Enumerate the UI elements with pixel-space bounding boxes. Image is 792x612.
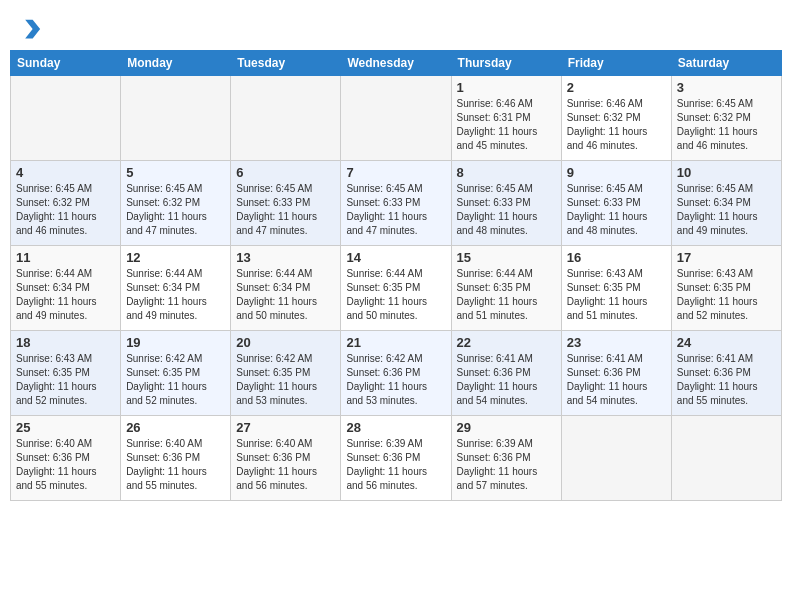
logo-icon bbox=[14, 16, 42, 44]
day-info: Sunrise: 6:45 AM Sunset: 6:33 PM Dayligh… bbox=[236, 182, 335, 238]
day-info: Sunrise: 6:43 AM Sunset: 6:35 PM Dayligh… bbox=[16, 352, 115, 408]
calendar-header-saturday: Saturday bbox=[671, 51, 781, 76]
calendar-cell: 6Sunrise: 6:45 AM Sunset: 6:33 PM Daylig… bbox=[231, 161, 341, 246]
day-number: 15 bbox=[457, 250, 556, 265]
calendar-week-4: 18Sunrise: 6:43 AM Sunset: 6:35 PM Dayli… bbox=[11, 331, 782, 416]
svg-marker-0 bbox=[25, 20, 40, 39]
day-info: Sunrise: 6:46 AM Sunset: 6:31 PM Dayligh… bbox=[457, 97, 556, 153]
calendar-cell: 17Sunrise: 6:43 AM Sunset: 6:35 PM Dayli… bbox=[671, 246, 781, 331]
calendar-cell bbox=[11, 76, 121, 161]
calendar-cell: 8Sunrise: 6:45 AM Sunset: 6:33 PM Daylig… bbox=[451, 161, 561, 246]
day-number: 21 bbox=[346, 335, 445, 350]
calendar-cell: 21Sunrise: 6:42 AM Sunset: 6:36 PM Dayli… bbox=[341, 331, 451, 416]
day-info: Sunrise: 6:44 AM Sunset: 6:34 PM Dayligh… bbox=[126, 267, 225, 323]
day-number: 23 bbox=[567, 335, 666, 350]
day-info: Sunrise: 6:45 AM Sunset: 6:32 PM Dayligh… bbox=[677, 97, 776, 153]
day-number: 2 bbox=[567, 80, 666, 95]
day-info: Sunrise: 6:45 AM Sunset: 6:33 PM Dayligh… bbox=[346, 182, 445, 238]
day-number: 3 bbox=[677, 80, 776, 95]
day-number: 24 bbox=[677, 335, 776, 350]
day-info: Sunrise: 6:44 AM Sunset: 6:35 PM Dayligh… bbox=[346, 267, 445, 323]
day-number: 14 bbox=[346, 250, 445, 265]
calendar-cell: 13Sunrise: 6:44 AM Sunset: 6:34 PM Dayli… bbox=[231, 246, 341, 331]
day-info: Sunrise: 6:44 AM Sunset: 6:35 PM Dayligh… bbox=[457, 267, 556, 323]
day-number: 7 bbox=[346, 165, 445, 180]
calendar-week-3: 11Sunrise: 6:44 AM Sunset: 6:34 PM Dayli… bbox=[11, 246, 782, 331]
day-info: Sunrise: 6:45 AM Sunset: 6:32 PM Dayligh… bbox=[16, 182, 115, 238]
calendar-header-friday: Friday bbox=[561, 51, 671, 76]
calendar-cell: 28Sunrise: 6:39 AM Sunset: 6:36 PM Dayli… bbox=[341, 416, 451, 501]
calendar-cell: 15Sunrise: 6:44 AM Sunset: 6:35 PM Dayli… bbox=[451, 246, 561, 331]
calendar-cell: 29Sunrise: 6:39 AM Sunset: 6:36 PM Dayli… bbox=[451, 416, 561, 501]
calendar-cell: 24Sunrise: 6:41 AM Sunset: 6:36 PM Dayli… bbox=[671, 331, 781, 416]
calendar-cell bbox=[231, 76, 341, 161]
calendar-cell: 16Sunrise: 6:43 AM Sunset: 6:35 PM Dayli… bbox=[561, 246, 671, 331]
day-info: Sunrise: 6:45 AM Sunset: 6:32 PM Dayligh… bbox=[126, 182, 225, 238]
calendar-cell bbox=[121, 76, 231, 161]
day-info: Sunrise: 6:40 AM Sunset: 6:36 PM Dayligh… bbox=[16, 437, 115, 493]
day-number: 19 bbox=[126, 335, 225, 350]
day-info: Sunrise: 6:45 AM Sunset: 6:34 PM Dayligh… bbox=[677, 182, 776, 238]
day-number: 1 bbox=[457, 80, 556, 95]
day-info: Sunrise: 6:46 AM Sunset: 6:32 PM Dayligh… bbox=[567, 97, 666, 153]
calendar-cell: 18Sunrise: 6:43 AM Sunset: 6:35 PM Dayli… bbox=[11, 331, 121, 416]
calendar-cell: 10Sunrise: 6:45 AM Sunset: 6:34 PM Dayli… bbox=[671, 161, 781, 246]
day-info: Sunrise: 6:41 AM Sunset: 6:36 PM Dayligh… bbox=[677, 352, 776, 408]
page-header bbox=[10, 10, 782, 44]
day-info: Sunrise: 6:43 AM Sunset: 6:35 PM Dayligh… bbox=[677, 267, 776, 323]
calendar-cell: 14Sunrise: 6:44 AM Sunset: 6:35 PM Dayli… bbox=[341, 246, 451, 331]
calendar-header-thursday: Thursday bbox=[451, 51, 561, 76]
calendar-cell bbox=[671, 416, 781, 501]
day-number: 6 bbox=[236, 165, 335, 180]
day-number: 22 bbox=[457, 335, 556, 350]
day-number: 17 bbox=[677, 250, 776, 265]
calendar-cell: 5Sunrise: 6:45 AM Sunset: 6:32 PM Daylig… bbox=[121, 161, 231, 246]
day-info: Sunrise: 6:41 AM Sunset: 6:36 PM Dayligh… bbox=[457, 352, 556, 408]
calendar-week-2: 4Sunrise: 6:45 AM Sunset: 6:32 PM Daylig… bbox=[11, 161, 782, 246]
calendar-header-monday: Monday bbox=[121, 51, 231, 76]
day-info: Sunrise: 6:40 AM Sunset: 6:36 PM Dayligh… bbox=[126, 437, 225, 493]
day-number: 27 bbox=[236, 420, 335, 435]
calendar-cell: 20Sunrise: 6:42 AM Sunset: 6:35 PM Dayli… bbox=[231, 331, 341, 416]
calendar-week-5: 25Sunrise: 6:40 AM Sunset: 6:36 PM Dayli… bbox=[11, 416, 782, 501]
logo bbox=[14, 16, 46, 44]
day-info: Sunrise: 6:43 AM Sunset: 6:35 PM Dayligh… bbox=[567, 267, 666, 323]
calendar-header-tuesday: Tuesday bbox=[231, 51, 341, 76]
day-number: 5 bbox=[126, 165, 225, 180]
calendar-cell: 22Sunrise: 6:41 AM Sunset: 6:36 PM Dayli… bbox=[451, 331, 561, 416]
calendar-cell bbox=[561, 416, 671, 501]
calendar-header-sunday: Sunday bbox=[11, 51, 121, 76]
day-number: 4 bbox=[16, 165, 115, 180]
calendar-cell: 25Sunrise: 6:40 AM Sunset: 6:36 PM Dayli… bbox=[11, 416, 121, 501]
day-number: 20 bbox=[236, 335, 335, 350]
calendar-cell: 1Sunrise: 6:46 AM Sunset: 6:31 PM Daylig… bbox=[451, 76, 561, 161]
day-info: Sunrise: 6:45 AM Sunset: 6:33 PM Dayligh… bbox=[457, 182, 556, 238]
day-info: Sunrise: 6:40 AM Sunset: 6:36 PM Dayligh… bbox=[236, 437, 335, 493]
calendar-header-row: SundayMondayTuesdayWednesdayThursdayFrid… bbox=[11, 51, 782, 76]
day-info: Sunrise: 6:39 AM Sunset: 6:36 PM Dayligh… bbox=[457, 437, 556, 493]
day-info: Sunrise: 6:41 AM Sunset: 6:36 PM Dayligh… bbox=[567, 352, 666, 408]
calendar-cell: 23Sunrise: 6:41 AM Sunset: 6:36 PM Dayli… bbox=[561, 331, 671, 416]
day-number: 29 bbox=[457, 420, 556, 435]
day-number: 10 bbox=[677, 165, 776, 180]
day-number: 26 bbox=[126, 420, 225, 435]
calendar-cell: 12Sunrise: 6:44 AM Sunset: 6:34 PM Dayli… bbox=[121, 246, 231, 331]
day-info: Sunrise: 6:44 AM Sunset: 6:34 PM Dayligh… bbox=[16, 267, 115, 323]
calendar-header-wednesday: Wednesday bbox=[341, 51, 451, 76]
calendar-cell: 4Sunrise: 6:45 AM Sunset: 6:32 PM Daylig… bbox=[11, 161, 121, 246]
calendar-cell: 9Sunrise: 6:45 AM Sunset: 6:33 PM Daylig… bbox=[561, 161, 671, 246]
calendar-week-1: 1Sunrise: 6:46 AM Sunset: 6:31 PM Daylig… bbox=[11, 76, 782, 161]
day-number: 13 bbox=[236, 250, 335, 265]
calendar-cell: 26Sunrise: 6:40 AM Sunset: 6:36 PM Dayli… bbox=[121, 416, 231, 501]
calendar-cell: 7Sunrise: 6:45 AM Sunset: 6:33 PM Daylig… bbox=[341, 161, 451, 246]
day-info: Sunrise: 6:42 AM Sunset: 6:35 PM Dayligh… bbox=[126, 352, 225, 408]
day-number: 25 bbox=[16, 420, 115, 435]
calendar-cell: 19Sunrise: 6:42 AM Sunset: 6:35 PM Dayli… bbox=[121, 331, 231, 416]
day-info: Sunrise: 6:44 AM Sunset: 6:34 PM Dayligh… bbox=[236, 267, 335, 323]
day-number: 8 bbox=[457, 165, 556, 180]
day-info: Sunrise: 6:42 AM Sunset: 6:36 PM Dayligh… bbox=[346, 352, 445, 408]
calendar-cell bbox=[341, 76, 451, 161]
day-number: 12 bbox=[126, 250, 225, 265]
calendar-cell: 3Sunrise: 6:45 AM Sunset: 6:32 PM Daylig… bbox=[671, 76, 781, 161]
calendar-cell: 11Sunrise: 6:44 AM Sunset: 6:34 PM Dayli… bbox=[11, 246, 121, 331]
